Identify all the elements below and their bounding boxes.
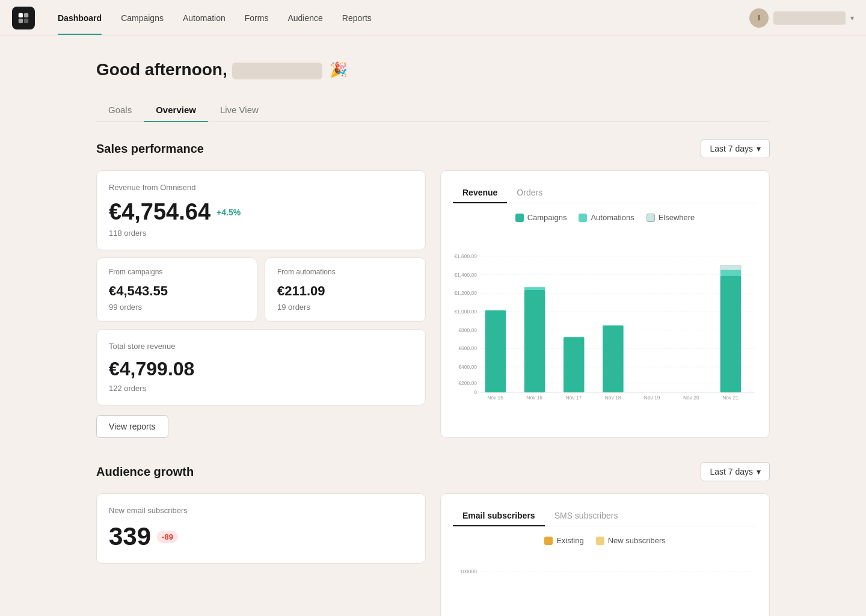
automations-orders: 19 orders bbox=[277, 303, 413, 312]
elsewhere-legend-label: Elsewhere bbox=[659, 213, 695, 222]
bar-chart-svg: €1,600.00 €1,400.00 €1,200.00 €1,000.00 … bbox=[453, 229, 757, 422]
subscriber-count: 339 bbox=[109, 522, 151, 551]
svg-text:Nov 18: Nov 18 bbox=[605, 395, 621, 401]
store-label: Total store revenue bbox=[109, 342, 413, 351]
tab-overview[interactable]: Overview bbox=[144, 99, 208, 122]
svg-rect-28 bbox=[720, 270, 742, 276]
subscriber-value-row: 339 -89 bbox=[109, 522, 413, 551]
svg-text:€1,000.00: €1,000.00 bbox=[454, 309, 477, 315]
store-revenue-card: Total store revenue €4,799.08 122 orders bbox=[96, 329, 426, 405]
legend-new-subscribers: New subscribers bbox=[596, 536, 666, 545]
revenue-value-row: €4,754.64 +4.5% bbox=[109, 199, 413, 225]
new-subscribers-legend-dot bbox=[596, 537, 604, 545]
svg-text:Nov 19: Nov 19 bbox=[644, 395, 660, 401]
navbar: Dashboard Campaigns Automation Forms Aud… bbox=[0, 0, 866, 36]
nav-audience[interactable]: Audience bbox=[279, 8, 331, 28]
svg-rect-1 bbox=[24, 13, 28, 17]
sales-period-dropdown[interactable]: Last 7 days ▾ bbox=[701, 139, 770, 158]
sms-subscribers-tab[interactable]: SMS subscribers bbox=[545, 506, 628, 526]
revenue-change: +4.5% bbox=[216, 208, 241, 217]
audience-chart-container: Email subscribers SMS subscribers Existi… bbox=[440, 493, 770, 616]
legend-automations: Automations bbox=[579, 213, 634, 222]
svg-rect-27 bbox=[720, 276, 742, 392]
tab-goals[interactable]: Goals bbox=[96, 99, 144, 122]
revenue-tab[interactable]: Revenue bbox=[453, 183, 507, 203]
greeting: Good afternoon, 🎉 bbox=[96, 60, 770, 79]
greeting-text: Good afternoon, bbox=[96, 60, 322, 79]
campaigns-legend-dot bbox=[515, 214, 524, 222]
svg-text:Nov 15: Nov 15 bbox=[487, 395, 503, 401]
legend-existing: Existing bbox=[544, 536, 584, 545]
legend-elsewhere: Elsewhere bbox=[646, 213, 695, 222]
user-name-placeholder bbox=[773, 11, 846, 25]
svg-text:Nov 20: Nov 20 bbox=[683, 395, 699, 401]
svg-text:€200.00: €200.00 bbox=[458, 380, 477, 386]
logo[interactable] bbox=[12, 7, 35, 29]
automations-card: From automations €211.09 19 orders bbox=[265, 257, 426, 322]
campaigns-value: €4,543.55 bbox=[109, 283, 245, 299]
automations-legend-label: Automations bbox=[591, 213, 634, 222]
store-value: €4,799.08 bbox=[109, 358, 413, 380]
audience-header: Audience growth Last 7 days ▾ bbox=[96, 462, 770, 481]
audience-chart-area: 100000 bbox=[453, 552, 757, 616]
chart-tabs: Revenue Orders bbox=[453, 183, 757, 203]
revenue-card: Revenue from Omnisend €4,754.64 +4.5% 11… bbox=[96, 170, 426, 250]
revenue-label: Revenue from Omnisend bbox=[109, 183, 413, 192]
svg-rect-22 bbox=[485, 310, 506, 392]
svg-rect-25 bbox=[564, 337, 585, 392]
nav-forms[interactable]: Forms bbox=[236, 8, 277, 28]
nav-dashboard[interactable]: Dashboard bbox=[49, 8, 110, 28]
revenue-chart-container: Revenue Orders Campaigns Automations Els… bbox=[440, 170, 770, 438]
nav-reports[interactable]: Reports bbox=[334, 8, 380, 28]
nav-campaigns[interactable]: Campaigns bbox=[112, 8, 172, 28]
sales-title: Sales performance bbox=[96, 142, 204, 156]
svg-text:€800.00: €800.00 bbox=[458, 327, 477, 333]
svg-text:Nov 21: Nov 21 bbox=[722, 395, 739, 401]
user-avatar[interactable]: I bbox=[749, 8, 769, 28]
page-tabs: Goals Overview Live View bbox=[96, 99, 770, 122]
bar-chart-wrap: €1,600.00 €1,400.00 €1,200.00 €1,000.00 … bbox=[453, 229, 757, 422]
elsewhere-legend-dot bbox=[646, 214, 655, 222]
sales-stats: Revenue from Omnisend €4,754.64 +4.5% 11… bbox=[96, 170, 426, 438]
audience-section: Audience growth Last 7 days ▾ New email … bbox=[96, 462, 770, 616]
automations-value: €211.09 bbox=[277, 283, 413, 299]
svg-rect-26 bbox=[603, 325, 623, 392]
legend-campaigns: Campaigns bbox=[515, 213, 567, 222]
main-content: Good afternoon, 🎉 Goals Overview Live Vi… bbox=[72, 36, 794, 616]
subscriber-card: New email subscribers 339 -89 bbox=[96, 493, 426, 564]
chevron-down-icon: ▾ bbox=[757, 144, 761, 153]
svg-rect-23 bbox=[524, 290, 545, 392]
chevron-down-icon-audience: ▾ bbox=[757, 467, 761, 476]
svg-rect-0 bbox=[19, 13, 23, 17]
svg-rect-24 bbox=[524, 287, 545, 290]
revenue-orders: 118 orders bbox=[109, 229, 413, 238]
existing-legend-dot bbox=[544, 537, 553, 545]
user-dropdown-chevron[interactable]: ▾ bbox=[850, 14, 854, 22]
svg-text:Nov 17: Nov 17 bbox=[566, 395, 582, 401]
svg-rect-29 bbox=[720, 265, 742, 270]
audience-legend: Existing New subscribers bbox=[453, 536, 757, 545]
store-orders: 122 orders bbox=[109, 384, 413, 393]
new-subscribers-label: New email subscribers bbox=[109, 506, 413, 515]
existing-legend-label: Existing bbox=[556, 536, 584, 545]
campaigns-orders: 99 orders bbox=[109, 303, 245, 312]
svg-text:Nov 16: Nov 16 bbox=[526, 395, 542, 401]
chart-legend: Campaigns Automations Elsewhere bbox=[453, 213, 757, 222]
email-subscribers-tab[interactable]: Email subscribers bbox=[453, 506, 545, 526]
svg-rect-3 bbox=[24, 18, 28, 22]
svg-text:100000: 100000 bbox=[460, 568, 477, 574]
svg-text:€1,200.00: €1,200.00 bbox=[454, 290, 477, 296]
view-reports-button[interactable]: View reports bbox=[96, 415, 168, 438]
campaigns-card: From campaigns €4,543.55 99 orders bbox=[96, 257, 257, 322]
automations-label: From automations bbox=[277, 268, 413, 276]
svg-text:0: 0 bbox=[474, 389, 477, 395]
orders-tab[interactable]: Orders bbox=[507, 183, 552, 203]
automations-legend-dot bbox=[579, 214, 587, 222]
revenue-value: €4,754.64 bbox=[109, 199, 210, 225]
sales-grid: Revenue from Omnisend €4,754.64 +4.5% 11… bbox=[96, 170, 770, 438]
tab-live-view[interactable]: Live View bbox=[208, 99, 271, 122]
svg-text:€600.00: €600.00 bbox=[458, 345, 477, 351]
nav-automation[interactable]: Automation bbox=[174, 8, 234, 28]
svg-text:€400.00: €400.00 bbox=[458, 364, 477, 370]
audience-period-dropdown[interactable]: Last 7 days ▾ bbox=[701, 462, 770, 481]
